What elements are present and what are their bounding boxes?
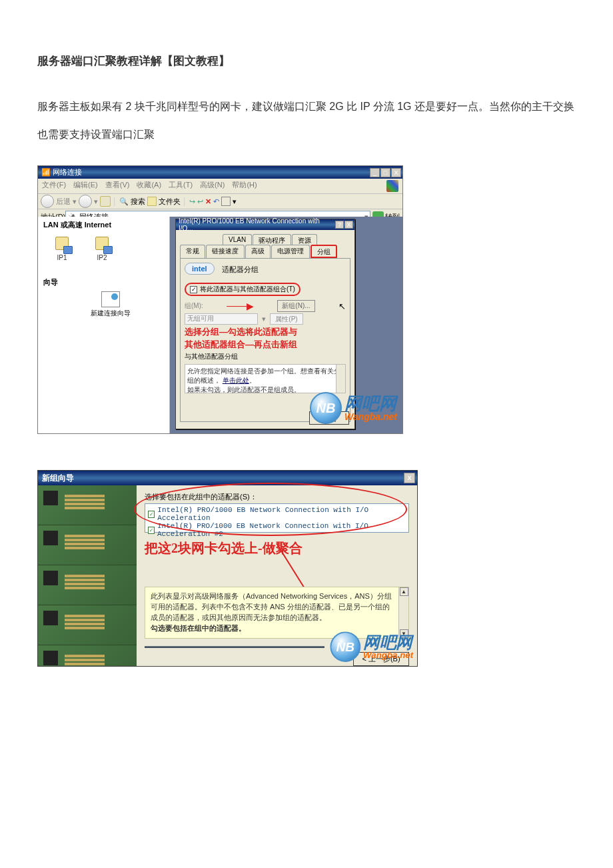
- copy-icon[interactable]: ↩: [197, 197, 203, 206]
- nic-icon: [53, 234, 71, 253]
- dialog-titlebar: Intel(R) PRO/1000 EB Network Connection …: [176, 219, 354, 230]
- magnifier-icon[interactable]: 🔍: [119, 197, 129, 206]
- desc-text-1: 允许您指定网络连接是否参加一个组。想查看有关分组的概述，: [187, 367, 340, 384]
- folder-icon: 📶 网络连接: [41, 167, 82, 177]
- sub-header: 与其他适配器分组: [185, 352, 346, 361]
- annotation-line-1: 选择分组—勾选将此适配器与: [185, 327, 346, 337]
- tab-advanced[interactable]: 高级: [245, 245, 271, 258]
- desc-text-2: 如果未勾选，则此适配器不是组成员。: [187, 386, 301, 393]
- left-pane: LAN 或高速 Internet IP1 IP2 向导 新建连接向导: [38, 217, 170, 433]
- menu-fav[interactable]: 收藏(A): [137, 180, 161, 192]
- back-button[interactable]: [41, 195, 54, 208]
- pcb-graphic: [38, 565, 137, 605]
- wizard-titlebar: 新组向导 X: [38, 471, 417, 485]
- wizard-sidebar: [38, 485, 137, 666]
- doc-title: 服务器端口汇聚教程详解【图文教程】: [37, 53, 576, 69]
- back-label: 后退: [56, 197, 71, 207]
- nic-2-label: IP2: [93, 254, 111, 261]
- logo-cn: 网吧网: [344, 395, 397, 412]
- menu-adv[interactable]: 高级(N): [200, 180, 225, 192]
- logo-cn: 网吧网: [363, 634, 413, 651]
- logo-mark: NB: [330, 632, 360, 663]
- close-button[interactable]: X: [391, 168, 401, 177]
- watermark-logo: NB 网吧网 Wangba.net: [310, 392, 397, 424]
- search-label: 搜索: [131, 197, 145, 207]
- pcb-graphic: [38, 485, 137, 525]
- logo-mark: NB: [310, 392, 342, 424]
- wizard-label: 新建连接向导: [55, 309, 165, 318]
- combine-adapters-option[interactable]: ✓ 将此适配器与其他适配器组合(T): [185, 283, 301, 296]
- screenshot-1: 📶 网络连接 _ □ X 文件(F) 编辑(E) 查看(V) 收藏(A) 工具(…: [37, 165, 403, 434]
- logo-en: Wangba.net: [344, 412, 397, 421]
- pcb-graphic: [38, 645, 137, 666]
- properties-button[interactable]: 属性(P): [270, 313, 303, 325]
- logo-en: Wangba.net: [363, 651, 413, 659]
- combine-adapters-label: 将此适配器与其他适配器组合(T): [200, 285, 295, 294]
- nic-1-label: IP1: [53, 254, 71, 261]
- tab-vlan[interactable]: VLAN: [223, 234, 252, 245]
- new-conn-wizard[interactable]: 新建连接向导: [55, 291, 165, 318]
- window-title-text: 网络连接: [53, 168, 82, 176]
- info-box: 此列表显示对高级网络服务（Advanced Networking Service…: [145, 587, 409, 639]
- annotation-line-2: 其他适配器组合—再点击新组: [185, 339, 346, 350]
- cursor-icon: ↖: [338, 301, 346, 311]
- undo-icon[interactable]: ↶: [213, 197, 219, 206]
- menu-view[interactable]: 查看(V): [105, 180, 130, 192]
- tab-driver[interactable]: 驱动程序: [253, 234, 291, 245]
- views-icon[interactable]: [221, 197, 231, 206]
- move-icon[interactable]: ↪: [189, 197, 195, 206]
- watermark-logo: NB 网吧网 Wangba.net: [330, 632, 413, 663]
- wizard-close-button[interactable]: X: [404, 473, 415, 483]
- tab-resources[interactable]: 资源: [292, 234, 317, 245]
- wizard-icon: [101, 291, 120, 307]
- scroll-up-icon[interactable]: ▲: [400, 587, 408, 596]
- dialog-close-button[interactable]: X: [344, 221, 353, 229]
- menu-tools[interactable]: 工具(T): [169, 180, 193, 192]
- checkbox-icon[interactable]: ✓: [148, 527, 155, 534]
- new-group-button[interactable]: 新组(N)...: [277, 300, 314, 312]
- info-scrollbar[interactable]: ▲ ▼: [398, 587, 408, 638]
- intel-logo: intel: [185, 263, 215, 275]
- toolbar: 后退 ▾ ▾ │ 🔍 搜索 文件夹 │ ↪ ↩ ✕ ↶ ▾: [38, 193, 402, 209]
- tab-teaming[interactable]: 分组: [310, 245, 337, 258]
- doc-body: 服务器主板如果有 2 块千兆同样型号的网卡，建议做端口汇聚 2G 比 IP 分流…: [37, 93, 576, 148]
- info-text-2: 勾选要包括在组中的适配器。: [151, 624, 246, 632]
- delete-icon[interactable]: ✕: [205, 197, 211, 206]
- maximize-button[interactable]: □: [380, 168, 390, 177]
- tab-power[interactable]: 电源管理: [271, 245, 310, 258]
- window-titlebar: 📶 网络连接 _ □ X: [38, 166, 402, 179]
- wizard-header: 向导: [43, 277, 165, 287]
- nic-icon: [93, 234, 111, 253]
- windows-flag-icon: [386, 180, 398, 192]
- forward-button[interactable]: [79, 195, 92, 208]
- nic-2[interactable]: IP2: [93, 234, 111, 261]
- menu-file[interactable]: 文件(F): [42, 180, 66, 192]
- lan-header: LAN 或高速 Internet: [43, 220, 165, 230]
- help-button[interactable]: ?: [335, 221, 344, 229]
- description-box: 允许您指定网络连接是否参加一个组。想查看有关分组的概述， 单击此处。 如果未勾选…: [185, 364, 346, 393]
- pcb-graphic: [38, 525, 137, 565]
- screenshot-2: 新组向导 X 选择要包括在此组中的适配器(S)： ✓ Intel(R) PRO/…: [37, 470, 418, 667]
- description-scrollbar[interactable]: [336, 365, 345, 393]
- checkbox-icon[interactable]: ✓: [190, 286, 197, 293]
- folders-icon[interactable]: [147, 197, 157, 206]
- menu-edit[interactable]: 编辑(E): [73, 180, 98, 192]
- menubar: 文件(F) 编辑(E) 查看(V) 收藏(A) 工具(T) 高级(N) 帮助(H…: [38, 179, 402, 193]
- pcb-graphic: [38, 605, 137, 645]
- info-text-1: 此列表显示对高级网络服务（Advanced Networking Service…: [151, 592, 392, 621]
- nic-1[interactable]: IP1: [53, 234, 71, 261]
- tab-general[interactable]: 常规: [180, 245, 205, 258]
- group-label: 组(M):: [185, 301, 203, 311]
- dialog-title-text: Intel(R) PRO/1000 EB Network Connection …: [179, 217, 334, 232]
- desc-link[interactable]: 单击此处: [223, 377, 249, 384]
- red-oval-annotation: [134, 483, 407, 536]
- tab-link[interactable]: 链接速度: [206, 245, 245, 258]
- group-select[interactable]: 无组可用: [185, 313, 258, 325]
- minimize-button[interactable]: _: [370, 168, 380, 177]
- wizard-title-text: 新组向导: [42, 473, 74, 484]
- up-folder-icon[interactable]: [100, 196, 111, 207]
- menu-help[interactable]: 帮助(H): [232, 180, 257, 192]
- section-label: 适配器分组: [222, 265, 259, 273]
- folders-label: 文件夹: [159, 197, 181, 207]
